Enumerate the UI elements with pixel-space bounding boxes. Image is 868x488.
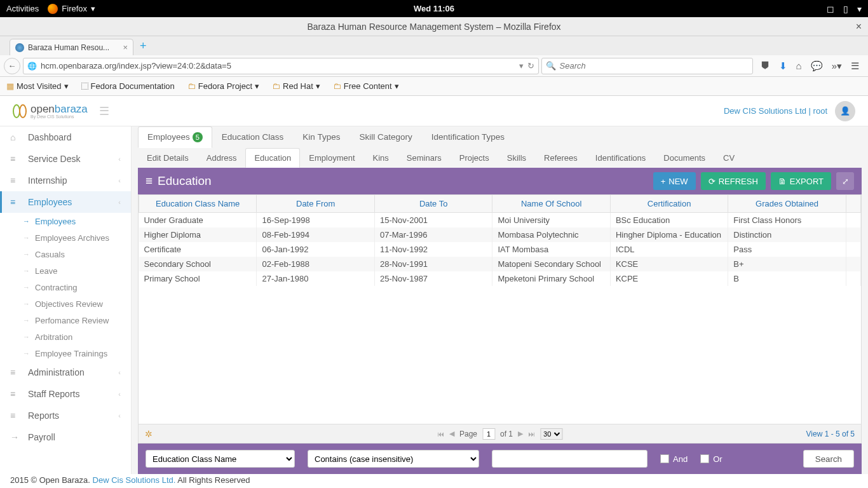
footer-link[interactable]: Dew Cis Solutions Ltd. — [93, 475, 176, 485]
tray-square-icon[interactable]: ◻ — [827, 4, 834, 14]
table-cell: ICDL — [610, 242, 728, 257]
tray-chevron-icon[interactable]: ▾ — [857, 4, 862, 14]
col-certification[interactable]: Certification — [610, 195, 728, 213]
browser-search-bar[interactable]: 🔍 — [541, 58, 753, 74]
tab-identification-types[interactable]: Identification Types — [422, 126, 514, 148]
url-input[interactable] — [41, 61, 515, 71]
dropdown-icon[interactable]: ▾ — [519, 61, 524, 71]
list-icon: ≡ — [10, 197, 20, 207]
pager-last[interactable]: ⏭ — [528, 430, 535, 438]
search-input[interactable] — [560, 61, 749, 71]
tray-battery-icon[interactable]: ▯ — [843, 4, 848, 14]
sidebar-sub-trainings[interactable]: →Employee Trainings — [0, 345, 131, 362]
pager-prev[interactable]: ◀ — [449, 430, 454, 438]
search-value-input[interactable] — [492, 450, 648, 468]
sidebar-item-dashboard[interactable]: ⌂Dashboard — [0, 126, 131, 148]
col-grades[interactable]: Grades Obtained — [728, 195, 846, 213]
sidebar-sub-arbitration[interactable]: →Arbitration — [0, 329, 131, 345]
bookmark-fedora-doc[interactable]: Fedora Documentation — [81, 81, 175, 91]
sidebar-item-administration[interactable]: ≡Administration‹ — [0, 362, 131, 383]
pager-first[interactable]: ⏮ — [437, 430, 444, 438]
app-logo[interactable]: openbaraza By Dew CIS Solutions — [13, 103, 88, 119]
clock[interactable]: Wed 11:06 — [414, 4, 454, 13]
org-link[interactable]: Dew CIS Solutions Ltd — [724, 106, 806, 116]
tab-education[interactable]: Education — [245, 148, 300, 168]
search-op-select[interactable]: Contains (case insensitive) — [308, 450, 479, 468]
pager-next[interactable]: ▶ — [518, 430, 523, 438]
page-size-select[interactable]: 30 — [540, 428, 562, 440]
tab-referees[interactable]: Referees — [535, 148, 587, 168]
sidebar-item-service-desk[interactable]: ≡Service Desk‹ — [0, 148, 131, 170]
tab-identifications[interactable]: Identifications — [587, 148, 655, 168]
table-row[interactable]: Under Graduate16-Sep-199815-Nov-2001Moi … — [139, 213, 861, 228]
tab-address[interactable]: Address — [198, 148, 246, 168]
tab-kins[interactable]: Kins — [364, 148, 398, 168]
col-date-from[interactable]: Date From — [257, 195, 374, 213]
tab-employees[interactable]: Employees5 — [138, 126, 212, 148]
col-education-class[interactable]: Education Class Name — [139, 195, 257, 213]
sidebar-sub-employees-archives[interactable]: →Employees Archives — [0, 229, 131, 246]
sidebar-sub-casuals[interactable]: →Casuals — [0, 246, 131, 262]
tab-skill-category[interactable]: Skill Category — [349, 126, 421, 148]
tab-education-class[interactable]: Education Class — [212, 126, 294, 148]
tab-cv[interactable]: CV — [714, 148, 743, 168]
browser-tab[interactable]: Baraza Human Resou... × — [10, 39, 133, 55]
back-button[interactable]: ← — [4, 58, 20, 74]
table-row[interactable]: Higher Diploma08-Feb-199407-Mar-1996Momb… — [139, 227, 861, 242]
tab-documents[interactable]: Documents — [654, 148, 714, 168]
col-date-to[interactable]: Date To — [374, 195, 492, 213]
search-button[interactable]: Search — [803, 450, 854, 468]
arrow-icon: → — [10, 432, 20, 442]
sidebar-sub-leave[interactable]: →Leave — [0, 262, 131, 279]
pocket-icon[interactable]: ⛊ — [761, 60, 770, 72]
bookmark-redhat[interactable]: 🗀Red Hat▾ — [272, 81, 320, 91]
tab-seminars[interactable]: Seminars — [398, 148, 451, 168]
or-checkbox-group[interactable]: Or — [700, 454, 722, 464]
sidebar-item-employees[interactable]: ≡Employees‹ — [0, 191, 131, 213]
sidebar-sub-contracting[interactable]: →Contracting — [0, 279, 131, 295]
table-cell: 06-Jan-1992 — [257, 242, 374, 257]
home-icon[interactable]: ⌂ — [796, 60, 802, 72]
tab-close-icon[interactable]: × — [123, 43, 128, 52]
table-row[interactable]: Secondary School02-Feb-198828-Nov-1991Ma… — [139, 257, 861, 271]
url-bar[interactable]: 🌐 ▾ ↻ — [23, 58, 539, 74]
new-tab-button[interactable]: + — [140, 39, 147, 55]
reload-icon[interactable]: ↻ — [527, 61, 534, 71]
sidebar-item-staff-reports[interactable]: ≡Staff Reports‹ — [0, 383, 131, 405]
window-close-button[interactable]: × — [856, 21, 862, 32]
user-link[interactable]: root — [813, 106, 827, 116]
table-row[interactable]: Certificate06-Jan-199211-Nov-1992IAT Mom… — [139, 242, 861, 257]
downloads-icon[interactable]: ⬇ — [779, 60, 787, 72]
bookmark-most-visited[interactable]: ▦Most Visited▾ — [6, 81, 69, 91]
tab-kin-types[interactable]: Kin Types — [293, 126, 349, 148]
search-field-select[interactable]: Education Class Name — [146, 450, 295, 468]
expand-button[interactable]: ⤢ — [836, 172, 854, 190]
activities-button[interactable]: Activities — [6, 4, 39, 13]
bookmark-free-content[interactable]: 🗀Free Content▾ — [333, 81, 399, 91]
col-school[interactable]: Name Of School — [492, 195, 610, 213]
export-button[interactable]: 🗎EXPORT — [771, 172, 831, 190]
menu-icon[interactable]: ☰ — [851, 60, 859, 72]
sidebar-sub-performance[interactable]: →Perfomance Review — [0, 312, 131, 329]
chat-icon[interactable]: 💬 — [811, 60, 823, 72]
sidebar-item-payroll[interactable]: →Payroll — [0, 426, 131, 448]
table-row[interactable]: Primary School27-Jan-198025-Nov-1987Mpek… — [139, 271, 861, 286]
tab-edit-details[interactable]: Edit Details — [138, 148, 198, 168]
table-header-row: Education Class Name Date From Date To N… — [139, 195, 861, 213]
sidebar-item-internship[interactable]: ≡Internship‹ — [0, 170, 131, 191]
and-checkbox-group[interactable]: And — [660, 454, 688, 464]
new-button[interactable]: +NEW — [653, 172, 696, 190]
avatar[interactable]: 👤 — [835, 101, 855, 121]
refresh-button[interactable]: ⟳REFRESH — [701, 172, 766, 190]
sidebar-sub-employees[interactable]: →Employees — [0, 213, 131, 229]
tab-employment[interactable]: Employment — [300, 148, 363, 168]
sidebar-sub-objectives[interactable]: →Objectives Review — [0, 295, 131, 312]
sidebar-toggle-icon[interactable]: ☰ — [99, 104, 109, 118]
tab-projects[interactable]: Projects — [451, 148, 498, 168]
bookmark-fedora-project[interactable]: 🗀Fedora Project▾ — [187, 81, 259, 91]
tab-skills[interactable]: Skills — [498, 148, 535, 168]
overflow-icon[interactable]: »▾ — [832, 60, 842, 72]
app-menu[interactable]: Firefox ▾ — [48, 4, 95, 14]
page-input[interactable] — [482, 428, 495, 440]
sidebar-item-reports[interactable]: ≡Reports‹ — [0, 405, 131, 426]
